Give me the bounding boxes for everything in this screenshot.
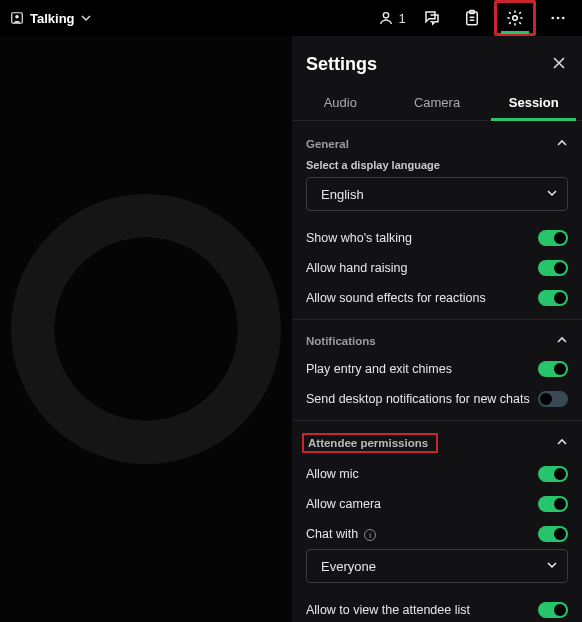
- section-attendee-highlight[interactable]: Attendee permissions: [302, 433, 438, 453]
- tab-camera[interactable]: Camera: [389, 85, 486, 120]
- topbar: Talking 1: [0, 0, 582, 36]
- video-stage: [0, 36, 292, 622]
- language-label: Select a display language: [306, 157, 568, 177]
- participants-button[interactable]: 1: [374, 3, 410, 33]
- toggle-allow-sound[interactable]: [538, 290, 568, 306]
- divider: [292, 319, 582, 320]
- show-talking-label: Show who's talking: [306, 231, 538, 245]
- allow-mic-label: Allow mic: [306, 467, 538, 481]
- clipboard-icon: [463, 9, 481, 27]
- chevron-down-icon: [547, 187, 557, 201]
- toggle-allow-mic[interactable]: [538, 466, 568, 482]
- chat-with-value: Everyone: [321, 559, 376, 574]
- toggle-allow-hand[interactable]: [538, 260, 568, 276]
- chevron-down-icon: [81, 13, 91, 23]
- svg-point-6: [551, 17, 554, 20]
- toggle-chat-with[interactable]: [538, 526, 568, 542]
- settings-button[interactable]: [497, 3, 533, 33]
- chevron-down-icon: [547, 559, 557, 573]
- panel-title: Settings: [306, 54, 377, 75]
- meeting-title: Talking: [30, 11, 75, 26]
- svg-point-8: [562, 17, 565, 20]
- section-general[interactable]: General: [306, 129, 568, 157]
- participant-count: 1: [398, 11, 405, 26]
- tab-audio[interactable]: Audio: [292, 85, 389, 120]
- svg-point-2: [384, 13, 389, 18]
- svg-point-1: [15, 15, 19, 19]
- app-window: Talking 1: [0, 0, 582, 622]
- tab-session[interactable]: Session: [485, 85, 582, 120]
- settings-tabs: Audio Camera Session: [292, 85, 582, 121]
- chat-with-label: Chat withi: [306, 527, 538, 542]
- toggle-desktop-notif[interactable]: [538, 391, 568, 407]
- language-select[interactable]: English: [306, 177, 568, 211]
- settings-panel: Settings Audio Camera Session General Se…: [292, 36, 582, 622]
- svg-point-7: [557, 17, 560, 20]
- language-value: English: [321, 187, 364, 202]
- panel-body: General Select a display language Englis…: [292, 121, 582, 622]
- topbar-title-group[interactable]: Talking: [6, 11, 91, 26]
- more-button[interactable]: [540, 3, 576, 33]
- toggle-chimes[interactable]: [538, 361, 568, 377]
- chat-button[interactable]: [414, 3, 450, 33]
- row-chimes: Play entry and exit chimes: [306, 354, 568, 384]
- row-allow-mic: Allow mic: [306, 459, 568, 489]
- close-button[interactable]: [552, 56, 566, 74]
- presenter-icon: [10, 11, 24, 25]
- chevron-up-icon: [556, 137, 568, 151]
- more-icon: [549, 9, 567, 27]
- chat-icon: [423, 9, 441, 27]
- toggle-view-list[interactable]: [538, 602, 568, 618]
- row-chat-with: Chat withi: [306, 519, 568, 549]
- row-allow-hand: Allow hand raising: [306, 253, 568, 283]
- chevron-up-icon: [556, 334, 568, 348]
- divider: [292, 420, 582, 421]
- chimes-label: Play entry and exit chimes: [306, 362, 538, 376]
- allow-sound-label: Allow sound effects for reactions: [306, 291, 538, 305]
- section-general-label: General: [306, 138, 349, 150]
- avatar-placeholder: [11, 194, 281, 464]
- info-icon[interactable]: i: [364, 529, 376, 541]
- chat-with-select[interactable]: Everyone: [306, 549, 568, 583]
- section-notifications[interactable]: Notifications: [306, 326, 568, 354]
- row-desktop-notif: Send desktop notifications for new chats: [306, 384, 568, 414]
- row-allow-camera: Allow camera: [306, 489, 568, 519]
- agenda-button[interactable]: [454, 3, 490, 33]
- allow-hand-label: Allow hand raising: [306, 261, 538, 275]
- row-show-talking: Show who's talking: [306, 223, 568, 253]
- person-icon: [378, 10, 394, 26]
- gear-icon: [506, 9, 524, 27]
- row-view-list: Allow to view the attendee list: [306, 595, 568, 622]
- settings-button-highlight: [494, 0, 536, 36]
- toggle-allow-camera[interactable]: [538, 496, 568, 512]
- section-attendee-label: Attendee permissions: [308, 437, 428, 449]
- allow-camera-label: Allow camera: [306, 497, 538, 511]
- toggle-show-talking[interactable]: [538, 230, 568, 246]
- close-icon: [552, 56, 566, 70]
- row-allow-sound: Allow sound effects for reactions: [306, 283, 568, 313]
- view-list-label: Allow to view the attendee list: [306, 603, 538, 617]
- chevron-up-icon: [556, 436, 568, 450]
- section-notifications-label: Notifications: [306, 335, 376, 347]
- svg-point-5: [513, 16, 518, 21]
- desktop-notif-label: Send desktop notifications for new chats: [306, 392, 538, 406]
- settings-active-indicator: [501, 31, 529, 34]
